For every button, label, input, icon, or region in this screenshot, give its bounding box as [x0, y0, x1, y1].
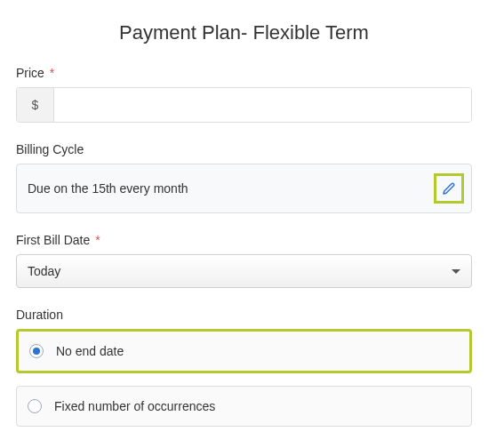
first-bill-date-required-marker: *	[95, 233, 100, 247]
chevron-down-icon	[452, 269, 460, 274]
edit-billing-cycle-button[interactable]	[434, 173, 464, 204]
duration-option-no-end-label: No end date	[56, 344, 124, 358]
duration-option-no-end[interactable]: No end date	[16, 329, 472, 373]
first-bill-date-selected: Today	[28, 264, 60, 278]
price-required-marker: *	[50, 66, 54, 80]
radio-icon	[29, 344, 44, 358]
currency-prefix: $	[17, 88, 54, 122]
price-label-text: Price	[16, 66, 44, 80]
pencil-icon	[441, 180, 457, 196]
billing-cycle-field: Due on the 15th every month	[16, 164, 472, 213]
price-input-group: $	[16, 87, 472, 123]
radio-icon	[28, 399, 42, 413]
price-input[interactable]	[54, 88, 471, 122]
billing-cycle-value: Due on the 15th every month	[28, 181, 188, 196]
first-bill-date-label: First Bill Date *	[16, 233, 472, 247]
duration-option-fixed-label: Fixed number of occurrences	[54, 399, 215, 413]
duration-label: Duration	[16, 308, 472, 322]
price-label: Price *	[16, 66, 472, 80]
billing-cycle-label: Billing Cycle	[16, 142, 472, 156]
duration-option-fixed[interactable]: Fixed number of occurrences	[16, 386, 472, 427]
first-bill-date-select[interactable]: Today	[16, 254, 472, 288]
page-title: Payment Plan- Flexible Term	[16, 21, 472, 44]
first-bill-date-label-text: First Bill Date	[16, 233, 90, 247]
